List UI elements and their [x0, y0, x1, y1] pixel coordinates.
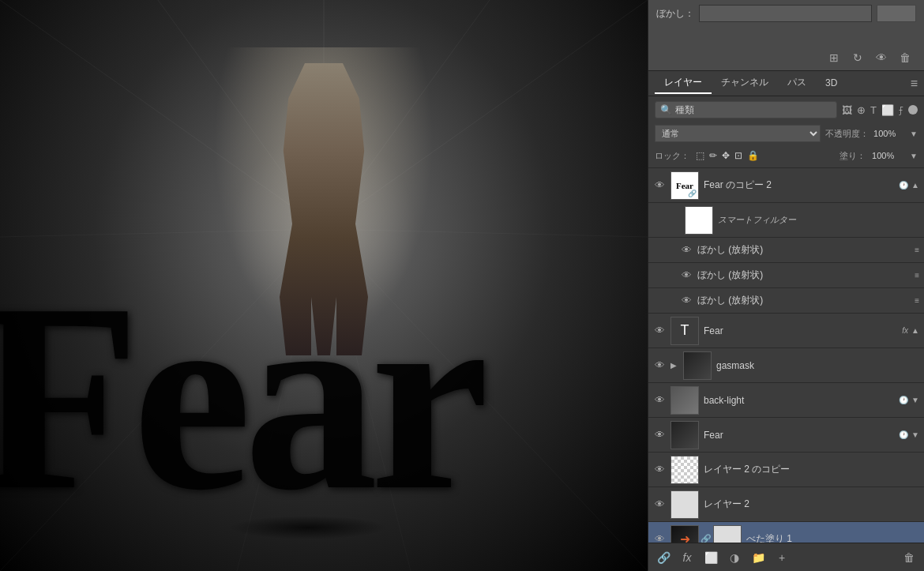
tab-channel[interactable]: チャンネル	[712, 73, 778, 94]
fx-button[interactable]: fx	[678, 549, 696, 566]
layer-item-blur-2[interactable]: 👁 ぼかし (放射状) ≡	[648, 263, 924, 288]
filter-icon-5: Ꞙ	[899, 104, 903, 116]
layer-indicator-back-light: 🕐 ▼	[899, 396, 919, 404]
blur-3-icon: ≡	[915, 296, 919, 305]
opacity-label: 不透明度：	[825, 128, 869, 140]
eye-fear-text[interactable]: 👁	[653, 325, 666, 337]
layer-item-fear-text[interactable]: 👁 T Fear fx ▲	[648, 314, 924, 348]
clock-icon: 🕐	[899, 181, 908, 190]
filter-section: ぼかし： ⊞ ↻ 👁 🗑	[648, 0, 924, 71]
panel-menu-icon[interactable]: ≡	[911, 77, 918, 91]
lock-artboard-icon[interactable]: ⊡	[734, 150, 742, 161]
opacity-value: 100%	[873, 129, 905, 138]
layer-item-beta-nuri[interactable]: 👁 ➜ 🔗 べた塗り 1	[648, 522, 924, 543]
filter-row: ぼかし：	[656, 5, 916, 22]
thumb-layer2	[670, 490, 699, 519]
expand-back-light[interactable]: ▼	[911, 396, 919, 404]
eye-filter-icon[interactable]: 👁	[873, 50, 889, 66]
thumb-beta-nuri-2	[713, 525, 742, 543]
bottom-toolbar: 🔗 fx ⬜ ◑ 📁 + 🗑	[648, 543, 924, 571]
layer-name-blur-3: ぼかし (放射状)	[697, 294, 910, 307]
layer-item-blur-1[interactable]: 👁 ぼかし (放射状) ≡	[648, 238, 924, 263]
layer-list: 👁 Fear 🔗 Fear のコピー 2 🕐 ▲ 👁 スマートフィルター 👁 ぼ…	[648, 168, 924, 543]
blur-value	[877, 5, 916, 22]
search-box[interactable]: 🔍 種類	[655, 101, 837, 118]
layer-name-blur-2: ぼかし (放射状)	[697, 269, 910, 282]
layer-item-layer2-copy[interactable]: 👁 レイヤー 2 のコピー	[648, 453, 924, 487]
eye-beta-nuri[interactable]: 👁	[653, 533, 666, 543]
expand-icon[interactable]: ▲	[911, 181, 919, 190]
layer-name-back-light: back-light	[704, 395, 894, 406]
thumb-group-beta: ➜ 🔗	[670, 525, 742, 543]
eye-blur-2[interactable]: 👁	[680, 269, 693, 282]
layer-item-fear-normal[interactable]: 👁 Fear 🕐 ▼	[648, 418, 924, 453]
eye-layer2-copy[interactable]: 👁	[653, 464, 666, 476]
lock-label: ロック：	[655, 150, 689, 162]
tab-layer[interactable]: レイヤー	[655, 73, 712, 94]
blend-mode-select[interactable]: 通常	[655, 125, 821, 142]
search-row: 🔍 種類 🖼 ⊕ T ⬜ Ꞙ	[655, 100, 918, 120]
blur-2-icon: ≡	[915, 271, 919, 280]
filter-icon-2: ⊕	[857, 104, 866, 116]
collapse-gasmask[interactable]: ▶	[670, 361, 677, 370]
opacity-arrow: ▼	[910, 130, 918, 138]
right-panel: ぼかし： ⊞ ↻ 👁 🗑 レイヤー チャンネル パス 3D ≡ 🔍 種類 🖼 ⊕…	[648, 0, 924, 571]
layer-item-gasmask[interactable]: 👁 ▶ gasmask	[648, 348, 924, 383]
rotate-icon[interactable]: ↻	[850, 50, 866, 66]
fill-value: 100%	[872, 151, 903, 160]
layer-name-beta-nuri: べた塗り 1	[746, 532, 919, 543]
adjustment-button[interactable]: ◑	[726, 549, 743, 566]
lock-paint-icon[interactable]: ✏	[709, 150, 717, 161]
expand-fear-normal[interactable]: ▼	[911, 430, 919, 439]
eye-back-light[interactable]: 👁	[653, 394, 666, 407]
eye-fear-normal[interactable]: 👁	[653, 429, 666, 441]
arrow-icon: ➜	[680, 532, 690, 543]
lock-position-icon[interactable]: ✥	[722, 150, 730, 161]
group-button[interactable]: 📁	[749, 549, 767, 566]
blur-label: ぼかし：	[656, 7, 694, 21]
layer-name-fear-copy-2: Fear のコピー 2	[704, 178, 894, 192]
layer-item-back-light[interactable]: 👁 back-light 🕐 ▼	[648, 383, 924, 418]
chain-icon: 🔗	[688, 190, 697, 197]
tab-path[interactable]: パス	[778, 73, 816, 94]
thumb-layer2-copy	[670, 456, 699, 484]
new-layer-button[interactable]: +	[773, 549, 791, 566]
eye-layer2[interactable]: 👁	[653, 498, 666, 511]
layer-name-fear-normal: Fear	[704, 430, 894, 441]
canvas-shadow	[229, 516, 387, 539]
search-icon: 🔍	[660, 104, 672, 115]
layer-item-smart-filter[interactable]: 👁 スマートフィルター	[648, 203, 924, 238]
eye-gasmask[interactable]: 👁	[653, 359, 666, 372]
layer-name-layer2-copy: レイヤー 2 のコピー	[704, 463, 919, 476]
lock-all-icon[interactable]: 🔒	[747, 150, 759, 161]
filter-icon-1: 🖼	[842, 104, 852, 116]
layer-name-fear-text: Fear	[704, 325, 897, 336]
thumb-fear-copy-2: Fear 🔗	[670, 171, 699, 200]
layer-indicator-fear-copy-2: 🕐 ▲	[899, 181, 919, 190]
thumb-fear-normal	[670, 421, 699, 449]
tab-3d[interactable]: 3D	[816, 74, 847, 93]
eye-blur-1[interactable]: 👁	[680, 244, 693, 257]
canvas: Fear	[0, 0, 648, 571]
lock-transparent-icon[interactable]: ⬚	[696, 150, 704, 161]
add-mask-button[interactable]: ⬜	[702, 549, 719, 566]
clock-back-light: 🕐	[899, 396, 908, 404]
layer-indicator-fear-text: fx ▲	[902, 326, 919, 335]
delete-layer-button[interactable]: 🗑	[900, 549, 918, 566]
layer-item-fear-copy-2[interactable]: 👁 Fear 🔗 Fear のコピー 2 🕐 ▲	[648, 168, 924, 203]
eye-smart-filter[interactable]: 👁	[667, 214, 680, 227]
expand-fear-text[interactable]: ▲	[911, 326, 919, 335]
link-layers-button[interactable]: 🔗	[655, 549, 672, 566]
clock-fear-normal: 🕐	[899, 430, 908, 439]
filter-icon-4: ⬜	[881, 104, 894, 116]
layer-item-layer2[interactable]: 👁 レイヤー 2	[648, 487, 924, 522]
blur-input[interactable]	[699, 5, 872, 22]
eye-blur-3[interactable]: 👁	[680, 295, 693, 307]
grid-icon[interactable]: ⊞	[826, 50, 842, 66]
blur-1-icon: ≡	[915, 246, 919, 254]
trash-filter-icon[interactable]: 🗑	[897, 50, 913, 66]
eye-fear-copy-2[interactable]: 👁	[653, 179, 666, 192]
layer-item-blur-3[interactable]: 👁 ぼかし (放射状) ≡	[648, 288, 924, 314]
lock-row: ロック： ⬚ ✏ ✥ ⊡ 🔒 塗り： 100% ▼	[655, 147, 918, 164]
toggle-dot[interactable]	[908, 105, 918, 115]
